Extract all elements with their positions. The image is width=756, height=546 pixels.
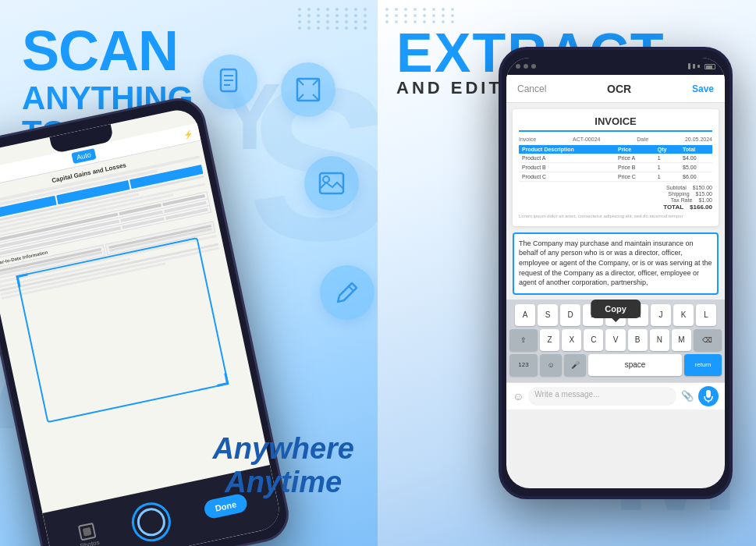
- message-input[interactable]: Write a message...: [528, 387, 676, 406]
- document-icon-circle: [203, 55, 257, 109]
- key-123[interactable]: 123: [509, 354, 538, 376]
- invoice-date-val: 20.05.2024: [685, 136, 712, 142]
- col-total: Total: [680, 145, 712, 154]
- key-n[interactable]: N: [650, 329, 669, 351]
- invoice-info: Invoice ACT-00024 Date 20.05.2024: [519, 136, 712, 142]
- invoice-area: INVOICE Invoice ACT-00024 Date 20.05.202…: [513, 109, 719, 226]
- key-v[interactable]: V: [605, 329, 625, 351]
- invoice-title: INVOICE: [519, 115, 712, 132]
- subtotal-label: Subtotal: [666, 185, 687, 190]
- transform-icon-circle: [281, 62, 335, 117]
- left-panel: A Y S SCAN ANYTHING TO PDF ✕ Auto ⚡: [0, 0, 378, 546]
- tax-val: $1.00: [698, 197, 712, 203]
- key-z[interactable]: Z: [540, 329, 559, 351]
- mic-button[interactable]: [698, 386, 719, 406]
- key-j[interactable]: J: [651, 304, 671, 326]
- status-icons: [688, 63, 715, 69]
- shipping-val: $15.00: [696, 191, 712, 197]
- key-b[interactable]: B: [628, 329, 648, 351]
- ocr-header: Cancel OCR Save: [506, 75, 725, 103]
- invoice-date-label: Date: [637, 136, 648, 142]
- key-shift[interactable]: ⇧: [509, 329, 538, 351]
- key-k[interactable]: K: [673, 304, 694, 326]
- key-s[interactable]: S: [538, 304, 558, 326]
- auto-badge: Auto: [71, 148, 97, 164]
- capture-button[interactable]: [128, 499, 174, 545]
- key-space[interactable]: space: [588, 354, 682, 376]
- extracted-text: The Company may purchase and maintain in…: [519, 239, 712, 286]
- col-qty: Qty: [655, 145, 680, 154]
- key-c[interactable]: C: [584, 329, 603, 351]
- subtotal-val: $150.00: [693, 185, 712, 190]
- message-bar: ☺ Write a message... 📎: [506, 382, 725, 410]
- copy-popup[interactable]: Copy: [591, 300, 641, 318]
- ocr-title-label: OCR: [607, 83, 631, 95]
- key-d[interactable]: D: [560, 304, 580, 326]
- dots-decoration-right: [385, 8, 457, 23]
- total-val: $166.00: [690, 204, 712, 211]
- svg-rect-9: [320, 173, 343, 193]
- shipping-label: Shipping: [668, 191, 689, 197]
- kb-row-2: ⇧ Z X C V B N M ⌫: [509, 329, 722, 351]
- status-bar: [506, 58, 725, 75]
- invoice-totals: Subtotal$150.00 Shipping$15.00 Tax Rate$…: [519, 185, 712, 211]
- invoice-num: ACT-00024: [573, 136, 600, 142]
- anywhere-anytime: Anywhere Anytime: [212, 432, 354, 499]
- col-price: Price: [615, 145, 655, 154]
- col-product: Product Description: [519, 145, 615, 154]
- key-mic[interactable]: 🎤: [564, 354, 586, 376]
- table-row: Product APrice A1$4.00: [519, 154, 712, 163]
- invoice-table: Product Description Price Qty Total Prod…: [519, 145, 712, 182]
- ocr-cancel-button[interactable]: Cancel: [517, 83, 546, 94]
- scan-label: SCAN: [22, 22, 193, 81]
- status-dots: [516, 64, 536, 69]
- key-a[interactable]: A: [515, 304, 535, 326]
- svg-line-11: [349, 286, 353, 291]
- table-row: Product CPrice C1$6.00: [519, 172, 712, 182]
- key-x[interactable]: X: [562, 329, 581, 351]
- anywhere-label: Anywhere: [212, 432, 354, 466]
- key-return[interactable]: return: [684, 354, 722, 376]
- key-m[interactable]: M: [672, 329, 691, 351]
- dots-decoration: [298, 8, 370, 30]
- image-icon-circle: [304, 156, 359, 211]
- attachment-icon[interactable]: 📎: [681, 390, 694, 402]
- ocr-save-button[interactable]: Save: [692, 83, 714, 94]
- invoice-small-text: Lorem ipsum dolor sit amet, consectetur …: [519, 214, 712, 220]
- text-extract-box[interactable]: The Company may purchase and maintain in…: [513, 232, 719, 295]
- total-label: TOTAL: [663, 204, 683, 211]
- key-emoji[interactable]: ☺: [540, 354, 562, 376]
- anytime-label: Anytime: [212, 466, 354, 499]
- edit-icon-circle: [320, 265, 374, 320]
- smiley-icon: ☺: [513, 390, 524, 402]
- message-placeholder: Write a message...: [534, 390, 599, 399]
- phone-right: Cancel OCR Save INVOICE Invoice ACT-0002…: [499, 47, 733, 499]
- key-delete[interactable]: ⌫: [694, 329, 722, 351]
- tax-label: Tax Rate: [671, 197, 693, 203]
- right-panel: M EXTRACT AND EDIT ANY TEXT: [378, 0, 756, 546]
- svg-rect-12: [706, 390, 711, 398]
- key-l[interactable]: L: [696, 304, 716, 326]
- table-row: Product BPrice B1$5.00: [519, 163, 712, 172]
- kb-row-3: 123 ☺ 🎤 space return: [509, 354, 722, 376]
- invoice-label: Invoice: [519, 136, 536, 142]
